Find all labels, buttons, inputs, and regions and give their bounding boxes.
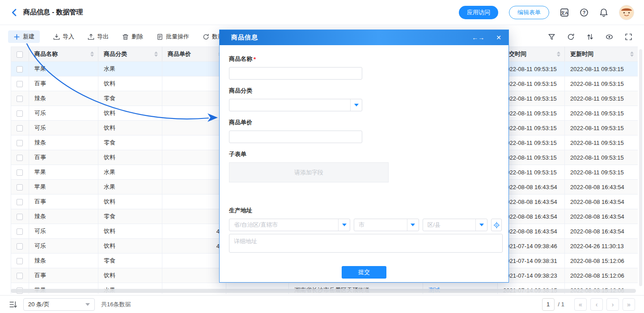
column-header-product-name[interactable]: 商品名称 [29,47,98,62]
submit-button[interactable]: 提交 [342,266,386,279]
select-all-checkbox[interactable] [17,51,23,58]
row-checkbox[interactable] [17,199,23,205]
sort-icon [630,51,638,57]
sort-button[interactable] [586,33,594,41]
total-count: 共16条数据 [101,300,131,309]
cell-update-time: 2022-08-11 09:53:15 [565,121,638,135]
cell-price [162,254,226,268]
row-checkbox[interactable] [17,169,23,176]
fullscreen-icon [625,33,632,41]
page-title: 商品信息 - 数据管理 [23,8,83,17]
cell-product-name: 可乐 [29,121,98,135]
product-info-dialog: 商品信息 ←→ ✕ 商品名称* 商品分类 商品单价 子表单 请添加字段 [219,30,509,283]
row-checkbox[interactable] [17,273,23,279]
column-header-category[interactable]: 商品分类 [98,47,162,62]
cell-product-name: 百事 [29,76,98,91]
current-page-input[interactable]: 1 [542,298,555,311]
cell-product-name: 苹果 [29,165,98,180]
page-size-select[interactable]: 20 条/页 [23,298,95,311]
subform-placeholder-area: 请添加字段 [229,162,389,182]
delete-button[interactable]: 删除 [122,33,143,41]
cell-update-time: 2022-08-11 09:53:15 [565,62,638,76]
row-checkbox[interactable] [17,125,23,131]
chevron-down-icon [475,219,487,231]
prev-page-button[interactable]: ‹ [590,298,603,311]
category-select[interactable] [229,99,362,111]
location-target-icon [493,222,500,228]
dialog-close-button[interactable]: ✕ [496,34,501,41]
detail-address-textarea[interactable] [229,234,503,253]
row-checkbox[interactable] [17,155,23,161]
language-button[interactable]: 文A [560,8,569,17]
fullscreen-button[interactable] [625,33,632,41]
row-checkbox[interactable] [17,214,23,220]
cell-update-time: 2022-08-11 09:53:15 [565,76,638,91]
cell-price [162,62,226,76]
batch-operation-button[interactable]: 批量操作 [157,33,189,41]
cell-category: 水果 [98,62,162,76]
column-header-update-time[interactable]: 更新时间 [565,47,638,62]
cell-price [162,165,226,180]
row-checkbox[interactable] [17,110,23,117]
row-checkbox[interactable] [17,258,23,264]
cell-product-name: 可乐 [29,239,98,254]
district-select[interactable]: 区/县 [423,219,487,231]
export-icon [88,34,94,40]
column-header-price[interactable]: 商品单价 [162,47,226,62]
cell-product-name: 辣条 [29,209,98,224]
cell-product-name: 苹果 [29,180,98,195]
last-page-button[interactable]: » [623,298,635,311]
cell-price [162,268,226,283]
cell-product-name: 百事 [29,268,98,283]
back-button[interactable] [10,8,19,17]
cell-update-time: 2022-08-08 16:43:54 [565,224,638,239]
product-name-input[interactable] [229,67,362,80]
cell-category: 零食 [98,91,162,106]
cell-update-time: 2022-08-08 15:12:06 [565,254,638,268]
locate-button[interactable] [491,219,502,231]
import-button[interactable]: 导入 [53,33,74,41]
user-avatar[interactable] [619,5,634,20]
row-checkbox[interactable] [17,66,23,72]
category-label: 商品分类 [229,87,502,95]
cell-category: 水果 [98,180,162,195]
cell-price: 4 [162,239,226,254]
subform-label: 子表单 [229,150,502,158]
dialog-resize-button[interactable]: ←→ [472,34,484,41]
cell-category: 零食 [98,254,162,268]
price-input[interactable] [229,131,362,143]
horizontal-scrollbar[interactable] [11,289,636,293]
cell-update-time: 2022-08-11 09:53:15 [565,150,638,165]
cell-price [162,135,226,150]
notification-button[interactable] [599,8,608,17]
cell-update-time: 2022-08-08 16:43:54 [565,195,638,209]
help-button[interactable]: ? [580,8,589,17]
chevron-down-icon [407,219,419,231]
province-select[interactable]: 省/自治区/直辖市 [229,219,350,231]
edit-form-button[interactable]: 编辑表单 [509,6,549,19]
city-select[interactable]: 市 [354,219,419,231]
export-button[interactable]: 导出 [88,33,109,41]
cell-update-time: 2022-04-26 11:30:13 [565,239,638,254]
next-page-button[interactable]: › [606,298,619,311]
app-access-button[interactable]: 应用访问 [459,6,498,19]
dialog-title: 商品信息 [231,34,258,42]
first-page-button[interactable]: « [574,298,587,311]
row-checkbox[interactable] [17,228,23,235]
price-label: 商品单价 [229,118,502,127]
refresh-button[interactable] [567,33,575,41]
row-checkbox[interactable] [17,184,23,190]
filter-button[interactable] [548,33,555,41]
column-visibility-button[interactable] [606,33,613,41]
cell-product-name: 可乐 [29,106,98,121]
required-mark: * [254,56,256,63]
vertical-scrollbar[interactable] [639,49,642,286]
row-checkbox[interactable] [17,81,23,87]
cell-category: 饮料 [98,121,162,135]
row-checkbox[interactable] [17,243,23,250]
row-checkbox[interactable] [17,96,23,102]
cell-update-time: 2022-08-08 16:43:54 [565,180,638,195]
row-checkbox[interactable] [17,140,23,146]
new-button[interactable]: 新建 [8,30,40,43]
row-density-button[interactable] [9,300,17,309]
